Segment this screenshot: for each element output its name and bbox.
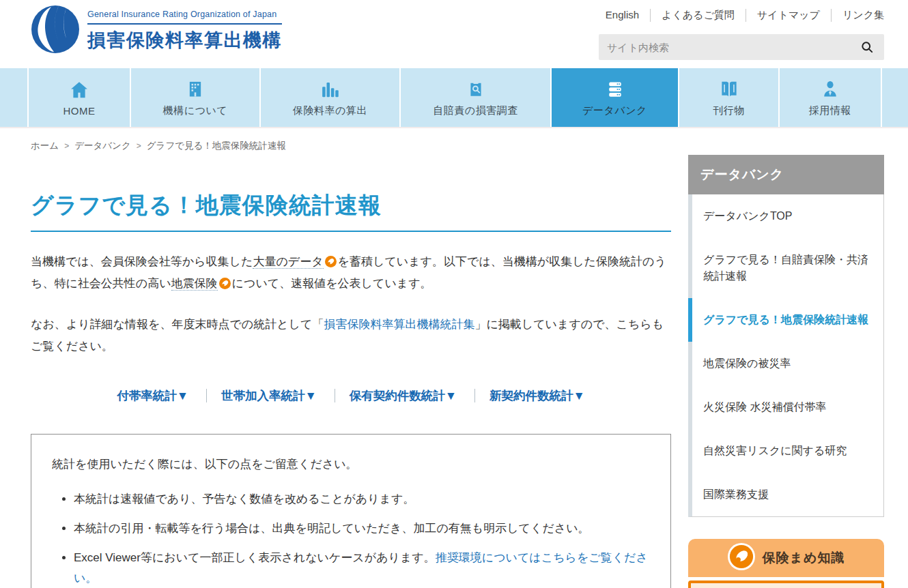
content-area: グラフで見る！地震保険統計速報 当機構では、会員保険会社等から収集した大量のデー… [0, 155, 908, 588]
database-icon [605, 78, 625, 100]
bean-icon[interactable] [325, 253, 337, 265]
org-name-english: General Insurance Rating Organization of… [87, 10, 282, 25]
statistics-compilation-link[interactable]: 損害保険料率算出機構統計集 [324, 318, 474, 331]
search-input[interactable] [607, 42, 858, 53]
insurance-tips-title: 保険まめ知識 [763, 549, 845, 567]
bar-chart-icon [320, 78, 341, 100]
person-icon [821, 78, 840, 100]
breadcrumb-separator: > [64, 141, 69, 151]
sidebar-item-earthquake-graph[interactable]: グラフで見る！地震保険統計速報 [688, 298, 883, 342]
breadcrumb-separator: > [137, 141, 141, 151]
notice-item: Excel Viewer等において一部正しく表示されないケースがあります。推奨環… [74, 548, 650, 588]
bean-icon[interactable] [219, 275, 231, 286]
intro-paragraph-2: なお、より詳細な情報を、年度末時点での統計として「損害保険料率算出機構統計集」に… [31, 314, 671, 357]
insurance-tips-header[interactable]: 保険まめ知識 [688, 539, 884, 577]
logo-globe-icon [31, 5, 80, 57]
usage-notice-box: 統計を使用いただく際には、以下の点をご留意ください。 本統計は速報値であり、予告… [31, 434, 671, 588]
building-icon [186, 78, 205, 100]
notice-list: 本統計は速報値であり、予告なく数値を改めることがあります。 本統計の引用・転載等… [52, 489, 650, 588]
glossary-link-big-data[interactable]: 大量のデータ [253, 255, 323, 269]
notice-item: 本統計の引用・転載等を行う場合は、出典を明記していただき、加工の有無も明示してく… [74, 518, 650, 540]
breadcrumb-home[interactable]: ホーム [31, 141, 59, 151]
page-title: グラフで見る！地震保険統計速報 [31, 190, 671, 232]
site-search [599, 34, 884, 60]
anchor-link-new-policies[interactable]: 新契約件数統計▼ [474, 389, 585, 402]
main-column: グラフで見る！地震保険統計速報 当機構では、会員保険会社等から収集した大量のデー… [31, 155, 671, 588]
nav-item-recruit[interactable]: 採用情報 [778, 68, 881, 127]
breadcrumb-databank[interactable]: データバンク [74, 141, 131, 151]
utility-link-sitemap[interactable]: サイトマップ [757, 9, 820, 20]
sidebar-item-disaster-risk-research[interactable]: 自然災害リスクに関する研究 [692, 429, 883, 473]
nav-item-publications[interactable]: 刊行物 [678, 68, 778, 127]
nav-item-home[interactable]: HOME [27, 68, 130, 127]
nav-spacer [881, 68, 908, 127]
anchor-link-household-rate[interactable]: 世帯加入率統計▼ [206, 389, 317, 402]
sidebar-item-earthquake-damage-rate[interactable]: 地震保険の被災率 [692, 342, 883, 385]
sidebar-item-databank-top[interactable]: データバンクTOP [692, 194, 883, 238]
sidebar-title: データバンク [688, 155, 884, 194]
search-icon[interactable] [858, 38, 876, 56]
org-name-japanese: 損害保険料率算出機構 [87, 28, 282, 53]
notice-lead: 統計を使用いただく際には、以下の点をご留意ください。 [52, 454, 650, 475]
anchor-links: 付帯率統計▼ 世帯加入率統計▼ 保有契約件数統計▼ 新契約件数統計▼ [31, 387, 671, 404]
nav-item-about[interactable]: 機構について [130, 68, 259, 127]
anchor-link-policies-in-force[interactable]: 保有契約件数統計▼ [335, 389, 457, 402]
nav-item-cali-survey[interactable]: 自賠責の損害調査 [399, 68, 550, 127]
utility-nav: English よくあるご質問 サイトマップ リンク集 [606, 9, 884, 22]
site-header: General Insurance Rating Organization of… [0, 0, 908, 68]
utility-link-links[interactable]: リンク集 [842, 9, 884, 20]
book-icon [719, 78, 739, 100]
insurance-tips-body [688, 580, 884, 588]
breadcrumb: ホーム>データバンク>グラフで見る！地震保険統計速報 [31, 140, 877, 152]
sidebar-item-international[interactable]: 国際業務支援 [692, 473, 883, 516]
site-logo[interactable]: General Insurance Rating Organization of… [31, 5, 282, 57]
insurance-tips-widget: 保険まめ知識 [688, 539, 884, 588]
sidebar-item-cali-graph[interactable]: グラフで見る！自賠責保険・共済統計速報 [692, 238, 883, 298]
clipboard-search-icon [467, 78, 485, 100]
global-nav: HOME 機構について 保険料率の算出 自賠責の損害調査 データバンク [0, 68, 908, 128]
breadcrumb-current: グラフで見る！地震保険統計速報 [147, 141, 286, 151]
anchor-link-attachment-rate[interactable]: 付帯率統計▼ [117, 389, 188, 402]
intro-paragraph-1: 当機構では、会員保険会社等から収集した大量のデータを蓄積しています。以下では、当… [31, 251, 671, 295]
nav-item-databank[interactable]: データバンク [550, 68, 678, 127]
notice-item: 本統計は速報値であり、予告なく数値を改めることがあります。 [74, 489, 650, 510]
home-icon [69, 78, 89, 100]
utility-link-faq[interactable]: よくあるご質問 [662, 9, 735, 20]
glossary-link-earthquake-insurance[interactable]: 地震保険 [171, 277, 218, 291]
nav-spacer [0, 68, 27, 127]
sidebar: データバンク データバンクTOP グラフで見る！自賠責保険・共済統計速報 グラフ… [688, 155, 884, 588]
utility-link-english[interactable]: English [606, 9, 639, 20]
bean-icon [728, 543, 755, 573]
sidebar-item-fire-flood-rate[interactable]: 火災保険 水災補償付帯率 [692, 385, 883, 429]
sidebar-menu: データバンクTOP グラフで見る！自賠責保険・共済統計速報 グラフで見る！地震保… [688, 194, 884, 517]
nav-item-premium-rates[interactable]: 保険料率の算出 [259, 68, 399, 127]
